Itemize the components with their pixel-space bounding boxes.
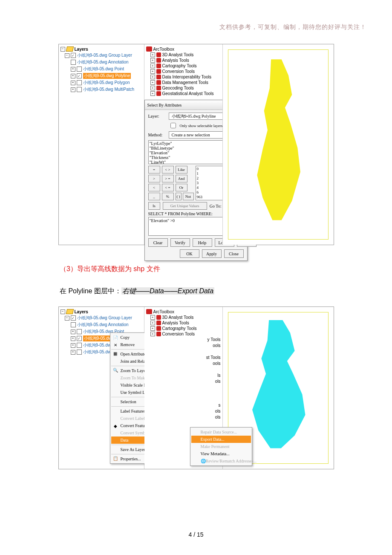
- checkbox[interactable]: ✓: [77, 336, 82, 341]
- op-ge[interactable]: > =: [162, 175, 174, 182]
- expand-icon[interactable]: +: [71, 74, 75, 78]
- expand-icon[interactable]: +: [71, 81, 75, 85]
- partial-text: s: [144, 402, 221, 408]
- collapse-icon[interactable]: −: [61, 309, 65, 314]
- checkbox[interactable]: [77, 329, 82, 334]
- toolset[interactable]: 3D Analyst Tools: [162, 52, 194, 57]
- help-button[interactable]: Help: [193, 238, 212, 247]
- toolbox-icon: [156, 75, 161, 79]
- checkbox[interactable]: ✓: [71, 53, 76, 58]
- checkbox[interactable]: [77, 87, 82, 92]
- checkbox[interactable]: [77, 343, 82, 348]
- expand-icon[interactable]: +: [71, 336, 75, 341]
- toolset[interactable]: Cartography Tools: [162, 64, 197, 68]
- expand-icon[interactable]: +: [150, 321, 155, 325]
- group-layer[interactable]: 小纸沟9-05.dwg Group Layer: [77, 315, 133, 321]
- partial-text: st Tools: [144, 355, 221, 361]
- toolset[interactable]: Geocoding Tools: [162, 86, 194, 90]
- expand-icon[interactable]: +: [150, 326, 155, 331]
- checkbox[interactable]: [77, 66, 82, 72]
- op-percent[interactable]: %: [162, 193, 174, 200]
- arctoolbox-root[interactable]: ArcToolbox: [153, 47, 174, 52]
- toolset[interactable]: Geostatistical Analyst Tools: [162, 91, 214, 96]
- op-like[interactable]: Like: [176, 166, 187, 173]
- collapse-icon[interactable]: −: [65, 316, 69, 321]
- op-or[interactable]: Or: [176, 184, 187, 191]
- toolbox-icon: [156, 80, 161, 85]
- op-ne[interactable]: < >: [162, 166, 174, 173]
- group-layer[interactable]: 小纸沟9-05.dwg Group Layer: [77, 52, 133, 58]
- expand-icon[interactable]: +: [150, 80, 155, 85]
- toolset[interactable]: Cartography Tools: [162, 326, 197, 331]
- partial-text: ols: [144, 408, 221, 414]
- toolset[interactable]: Data Interoperability Tools: [162, 75, 211, 79]
- layer-point[interactable]: 小纸沟9-05.dwg Point: [83, 66, 124, 72]
- arctoolbox-root[interactable]: ArcToolbox: [153, 309, 174, 314]
- op-paren[interactable]: ( ): [176, 193, 182, 200]
- layer-annotation[interactable]: 小纸沟9-05.dwg Annotation: [77, 322, 129, 328]
- checkbox[interactable]: [71, 322, 76, 327]
- expand-icon[interactable]: +: [150, 86, 155, 90]
- layer-annotation[interactable]: 小纸沟9-05.dwg Annotation: [77, 59, 129, 65]
- apply-button[interactable]: Apply: [202, 249, 222, 258]
- dialog-title: Select By Attributes: [147, 103, 182, 107]
- op-underscore[interactable]: _: [148, 193, 160, 200]
- layer-polygon[interactable]: 小纸沟9-05.dwg Polygon: [83, 80, 130, 86]
- get-unique-values-button[interactable]: Get Unique Values: [163, 202, 207, 210]
- expand-icon[interactable]: +: [71, 343, 75, 348]
- toolset[interactable]: Conversion Tools: [162, 69, 195, 74]
- collapse-icon[interactable]: −: [65, 53, 69, 58]
- toolset[interactable]: Data Management Tools: [162, 80, 208, 85]
- expand-icon[interactable]: +: [150, 332, 155, 336]
- expand-icon[interactable]: +: [150, 75, 155, 79]
- toolbox-icon: [146, 46, 152, 52]
- op-le[interactable]: < =: [162, 184, 174, 191]
- toolset[interactable]: Analysis Tools: [162, 321, 189, 325]
- partial-text: ools: [144, 343, 221, 349]
- toolset[interactable]: 3D Analyst Tools: [162, 315, 194, 320]
- checkbox[interactable]: [77, 80, 82, 85]
- toolbox-icon: [146, 309, 152, 314]
- checkbox[interactable]: ✓: [71, 315, 76, 321]
- expand-icon[interactable]: +: [150, 91, 155, 96]
- layer-polyline[interactable]: 小纸沟9-05.dwg Polyline: [83, 73, 131, 79]
- toolbox-icon: [156, 315, 161, 320]
- graphics-icon: ◆: [112, 423, 118, 429]
- toolbox-icon: [156, 91, 161, 96]
- verify-button[interactable]: Verify: [170, 238, 190, 247]
- expand-icon[interactable]: +: [71, 330, 75, 334]
- expand-icon[interactable]: +: [150, 64, 155, 68]
- toolset[interactable]: Analysis Tools: [162, 58, 189, 63]
- expand-icon[interactable]: +: [150, 52, 155, 57]
- op-eq[interactable]: =: [148, 166, 160, 173]
- expand-icon[interactable]: +: [71, 350, 75, 355]
- expand-icon[interactable]: +: [71, 87, 75, 92]
- submenu-view-metadata[interactable]: View Metadata...: [191, 450, 251, 457]
- only-show-checkbox[interactable]: [170, 123, 176, 128]
- op-and[interactable]: And: [176, 175, 187, 182]
- map-view[interactable]: [222, 44, 334, 245]
- toc-panel: −Layers −✓小纸沟9-05.dwg Group Layer 小纸沟9-0…: [59, 44, 144, 245]
- submenu-export-data[interactable]: Export Data...: [191, 436, 251, 443]
- expand-icon[interactable]: +: [150, 69, 155, 74]
- ok-button[interactable]: OK: [180, 249, 199, 258]
- close-button[interactable]: Close: [224, 249, 244, 258]
- expand-icon[interactable]: +: [71, 67, 75, 72]
- partial-text: ols: [144, 379, 221, 384]
- op-is[interactable]: Is: [148, 202, 160, 210]
- toolbox-icon: [156, 58, 161, 63]
- collapse-icon[interactable]: −: [61, 47, 65, 52]
- toolbox-icon: [156, 69, 161, 74]
- layer-multipatch[interactable]: 小纸沟9-05.dwg MultiPatch: [83, 87, 135, 92]
- op-gt[interactable]: >: [148, 175, 160, 182]
- expand-icon[interactable]: +: [150, 315, 155, 320]
- op-lt[interactable]: <: [148, 184, 160, 191]
- checkbox[interactable]: [71, 60, 76, 65]
- checkbox[interactable]: ✓: [77, 73, 82, 78]
- toolset[interactable]: Conversion Tools: [162, 332, 195, 336]
- op-not[interactable]: Not: [183, 193, 194, 200]
- checkbox[interactable]: [77, 350, 82, 355]
- expand-icon[interactable]: +: [150, 58, 155, 63]
- layer-label: Layer:: [148, 114, 166, 119]
- clear-button[interactable]: Clear: [148, 238, 168, 247]
